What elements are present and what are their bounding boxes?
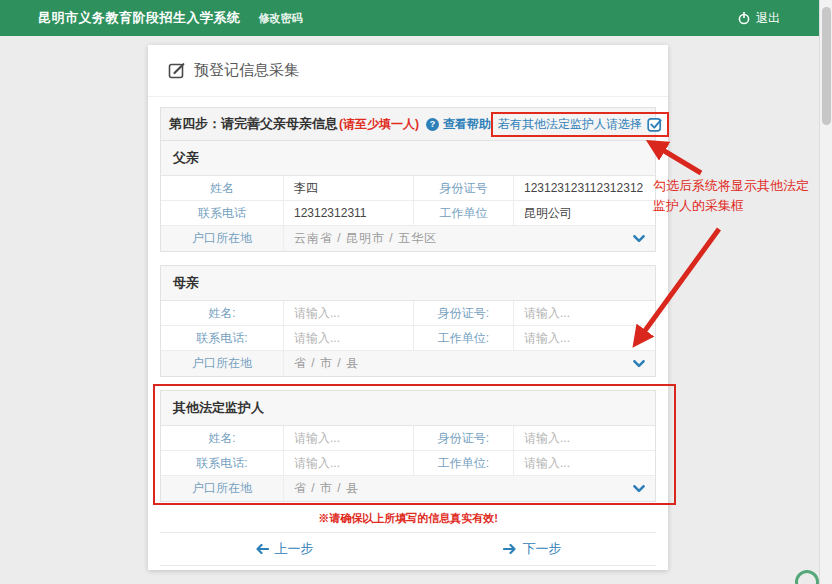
father-fields: 姓名 身份证号 联系电话 工作单位 户口所在地 云南省 / 昆明市 / 五华区: [161, 176, 655, 251]
mother-id-label: 身份证号:: [414, 301, 514, 326]
other-guardian-work-cell: [514, 451, 655, 476]
other-guardian-fields: 姓名: 身份证号: 联系电话: 工作单位: 户口所在地 省 / 市 / 县: [161, 426, 655, 501]
arrow-left-icon: [255, 544, 269, 554]
father-residence-label: 户口所在地: [161, 226, 284, 251]
power-icon: [737, 11, 751, 25]
scrollbar: [819, 0, 832, 584]
app-title: 昆明市义务教育阶段招生入学系统: [38, 9, 241, 27]
mother-id-input[interactable]: [524, 306, 645, 320]
father-work-label: 工作单位: [414, 201, 514, 226]
next-step-button[interactable]: 下一步: [503, 540, 562, 558]
chevron-down-icon[interactable]: [633, 360, 645, 368]
father-work-input[interactable]: [524, 206, 645, 220]
other-guardian-residence-select[interactable]: 省 / 市 / 县: [284, 476, 655, 501]
other-guardian-residence-label: 户口所在地: [161, 476, 284, 501]
header-bar: 昆明市义务教育阶段招生入学系统 修改密码 退出: [0, 0, 832, 36]
other-guardian-phone-input[interactable]: [294, 456, 403, 470]
father-phone-input[interactable]: [294, 206, 403, 220]
mother-phone-label: 联系电话:: [161, 326, 284, 351]
annotation-note: 勾选后系统将显示其他法定 监护人的采集框: [653, 176, 825, 216]
mother-section: 母亲 姓名: 身份证号: 联系电话: 工作单位: 户口所在地 省 / 市 / 县: [160, 265, 656, 377]
other-guardian-wrap: 其他法定监护人 姓名: 身份证号: 联系电话: 工作单位: 户口所在地 省 / …: [160, 390, 656, 502]
other-guardian-phone-cell: [284, 451, 414, 476]
father-residence-select[interactable]: 云南省 / 昆明市 / 五华区: [284, 226, 655, 251]
mother-residence-select[interactable]: 省 / 市 / 县: [284, 351, 655, 376]
step-header-left: 第四步：请完善父亲母亲信息 (请至少填一人) ? 查看帮助: [169, 115, 491, 133]
father-residence-value: 云南省 / 昆明市 / 五华区: [294, 230, 437, 247]
other-guardian-id-cell: [514, 426, 655, 451]
father-name-label: 姓名: [161, 176, 284, 201]
step-buttons-row: 上一步 下一步: [160, 532, 656, 566]
help-label: 查看帮助: [443, 116, 491, 133]
mother-work-label: 工作单位:: [414, 326, 514, 351]
father-name-cell: [284, 176, 414, 201]
father-name-input[interactable]: [294, 181, 403, 195]
prev-step-label: 上一步: [275, 540, 314, 558]
step-title: 第四步：请完善父亲母亲信息: [169, 115, 338, 133]
section-title-mother: 母亲: [161, 266, 655, 301]
other-guardian-name-cell: [284, 426, 414, 451]
edit-square-icon: [168, 62, 185, 79]
father-id-cell: [514, 176, 655, 201]
other-guardian-name-label: 姓名:: [161, 426, 284, 451]
logout-button[interactable]: 退出: [737, 0, 780, 36]
mother-work-input[interactable]: [524, 331, 645, 345]
section-title-other-guardian: 其他法定监护人: [161, 391, 655, 426]
note-line-1: 勾选后系统将显示其他法定: [653, 176, 825, 196]
step-requirement: (请至少填一人): [339, 116, 419, 133]
mother-phone-input[interactable]: [294, 331, 403, 345]
father-id-input[interactable]: [524, 181, 645, 195]
checkbox-label: 若有其他法定监护人请选择: [498, 116, 642, 133]
mother-fields: 姓名: 身份证号: 联系电话: 工作单位: 户口所在地 省 / 市 / 县: [161, 301, 655, 376]
mother-name-label: 姓名:: [161, 301, 284, 326]
father-phone-label: 联系电话: [161, 201, 284, 226]
mother-name-cell: [284, 301, 414, 326]
other-guardian-work-input[interactable]: [524, 456, 645, 470]
chevron-down-icon[interactable]: [633, 235, 645, 243]
logout-label: 退出: [756, 10, 780, 27]
father-phone-cell: [284, 201, 414, 226]
father-work-cell: [514, 201, 655, 226]
other-guardian-checkbox[interactable]: 若有其他法定监护人请选择: [491, 112, 669, 137]
mother-phone-cell: [284, 326, 414, 351]
help-icon[interactable]: ?: [426, 118, 439, 131]
other-guardian-id-label: 身份证号:: [414, 426, 514, 451]
notice-text: ※请确保以上所填写的信息真实有效!: [160, 511, 656, 526]
other-guardian-id-input[interactable]: [524, 431, 645, 445]
screen: 昆明市义务教育阶段招生入学系统 修改密码 退出 预登记信息采集: [0, 0, 832, 584]
next-step-label: 下一步: [523, 540, 562, 558]
checkbox-checked-icon[interactable]: [647, 117, 662, 132]
main-card: 预登记信息采集 第四步：请完善父亲母亲信息 (请至少填一人) ? 查看帮助 若有…: [148, 45, 668, 570]
step-header-row: 第四步：请完善父亲母亲信息 (请至少填一人) ? 查看帮助 若有其他法定监护人请…: [160, 107, 656, 141]
page-title: 预登记信息采集: [194, 61, 299, 80]
father-section: 父亲 姓名 身份证号 联系电话 工作单位 户口所在地 云南省 / 昆明市 / 五…: [160, 140, 656, 252]
other-guardian-section: 其他法定监护人 姓名: 身份证号: 联系电话: 工作单位: 户口所在地 省 / …: [160, 390, 656, 502]
mother-name-input[interactable]: [294, 306, 403, 320]
other-guardian-name-input[interactable]: [294, 431, 403, 445]
mother-work-cell: [514, 326, 655, 351]
other-guardian-phone-label: 联系电话:: [161, 451, 284, 476]
section-title-father: 父亲: [161, 141, 655, 176]
scrollbar-thumb[interactable]: [822, 7, 831, 125]
mother-id-cell: [514, 301, 655, 326]
note-line-2: 监护人的采集框: [653, 196, 825, 216]
prev-step-button[interactable]: 上一步: [255, 540, 314, 558]
help-link[interactable]: ? 查看帮助: [426, 116, 491, 133]
form-area: 第四步：请完善父亲母亲信息 (请至少填一人) ? 查看帮助 若有其他法定监护人请…: [160, 107, 656, 566]
arrow-right-icon: [503, 544, 517, 554]
corner-decoration: [795, 570, 819, 584]
chevron-down-icon[interactable]: [633, 485, 645, 493]
mother-residence-label: 户口所在地: [161, 351, 284, 376]
mother-residence-value: 省 / 市 / 县: [294, 355, 359, 372]
change-password-link[interactable]: 修改密码: [259, 11, 303, 26]
father-id-label: 身份证号: [414, 176, 514, 201]
other-guardian-work-label: 工作单位:: [414, 451, 514, 476]
other-guardian-residence-value: 省 / 市 / 县: [294, 480, 359, 497]
card-header: 预登记信息采集: [148, 45, 668, 97]
